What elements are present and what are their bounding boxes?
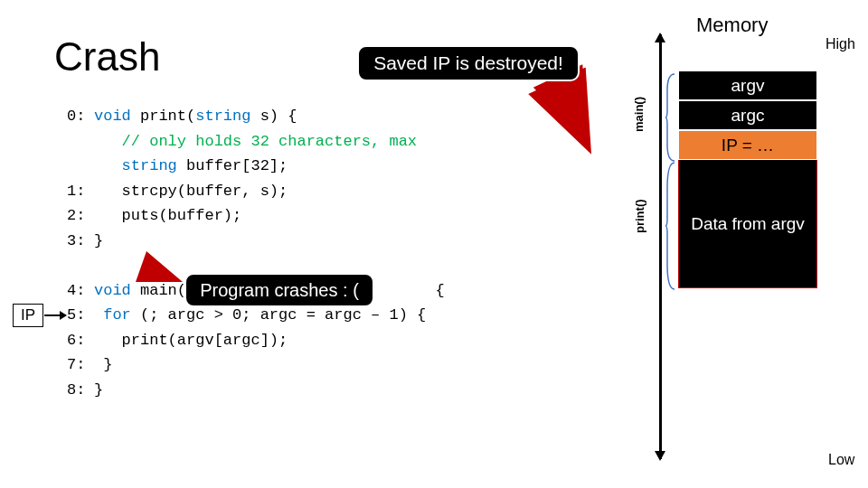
line-num: 3:: [67, 229, 94, 254]
code-text: strcpy(buffer, s);: [122, 183, 288, 200]
line-num: 8:: [67, 378, 94, 403]
stack-cell-argc: argc: [678, 100, 817, 130]
line-num: 6:: [67, 328, 94, 353]
brace-main-icon: [665, 72, 676, 163]
kw: void: [94, 108, 131, 125]
stack-cell-data: Data from argv: [678, 160, 817, 288]
line-num: 4:: [67, 278, 94, 304]
ip-arrow-icon: [44, 314, 66, 316]
callout-saved-ip: Saved IP is destroyed!: [357, 45, 580, 81]
kw: void: [94, 282, 131, 299]
code-text: print(argv[argc]);: [122, 332, 288, 349]
code-text: s) {: [250, 108, 297, 125]
comment: // only holds 32 characters, max: [122, 133, 417, 150]
label-low: Low: [828, 452, 854, 468]
brace-print-icon: [665, 161, 676, 291]
line-num: 2:: [67, 203, 94, 229]
line-num: 5:: [67, 303, 94, 328]
label-high: High: [826, 36, 855, 52]
line-num: 7:: [67, 352, 94, 378]
callout-pointer-2: [136, 251, 183, 282]
kw: for: [103, 306, 131, 324]
ip-pointer-box: IP: [13, 304, 43, 327]
code-text: }: [94, 232, 103, 249]
brace-label-main: main(): [632, 97, 646, 132]
code-text: }: [103, 356, 112, 373]
line-num: 0:: [67, 104, 94, 129]
code-text: {: [426, 282, 444, 299]
memory-stack: argv argc IP = … Data from argv: [678, 70, 817, 288]
kw: string: [122, 157, 177, 174]
code-listing: 0:void print(string s) { // only holds 3…: [67, 104, 445, 402]
stack-cell-argv: argv: [678, 70, 817, 100]
line-num: 1:: [67, 179, 94, 204]
memory-heading: Memory: [696, 14, 768, 37]
code-text: }: [94, 381, 103, 399]
memory-axis: [659, 34, 662, 459]
callout-crash: Program crashes : (: [184, 273, 374, 307]
brace-label-print: print(): [633, 199, 646, 233]
code-text: print(: [131, 108, 195, 125]
kw: string: [195, 108, 250, 125]
slide-title: Crash: [54, 34, 160, 80]
code-text: (; argc > 0; argc = argc – 1) {: [131, 306, 426, 324]
stack-cell-ip: IP = …: [678, 130, 817, 160]
code-text: buffer[32];: [177, 157, 288, 174]
code-text: puts(buffer);: [122, 207, 242, 224]
